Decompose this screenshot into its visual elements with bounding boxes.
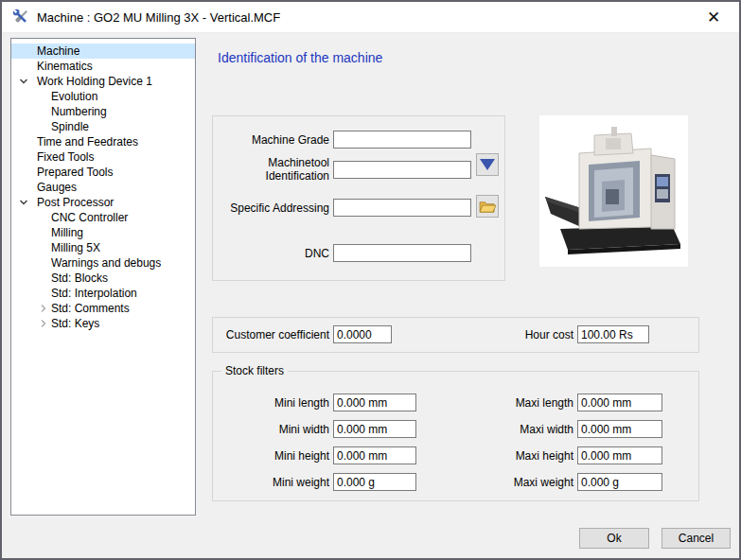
maxi-length-label: Maxi length	[463, 396, 573, 410]
mini-weight-input[interactable]	[333, 473, 416, 491]
mini-height-input[interactable]	[333, 446, 416, 464]
tree-item-post-processor[interactable]: Post Processor	[11, 195, 195, 210]
triangle-down-icon	[480, 159, 495, 170]
tree-item-label: Gauges	[37, 181, 77, 194]
tree-indent	[19, 44, 37, 59]
stock-filter-row: Maxi length	[463, 394, 662, 411]
tree-indent	[19, 165, 37, 180]
dnc-input[interactable]	[333, 244, 471, 262]
machinetool-identification-label: Machinetool Identification	[219, 156, 329, 183]
tree-item-fixed-tools[interactable]: Fixed Tools	[11, 149, 195, 165]
tree-indent	[39, 225, 51, 240]
tree-indent	[39, 271, 51, 286]
chevron-right-icon[interactable]	[39, 316, 51, 331]
tree-item-label: Std: Comments	[51, 302, 130, 315]
tree-item-warnings-and-debugs[interactable]: Warnings and debugs	[11, 255, 195, 271]
close-button[interactable]: ✕	[701, 7, 726, 29]
tree-item-milling[interactable]: Milling	[11, 225, 195, 240]
tree-item-label: Numbering	[51, 105, 107, 118]
stock-mini-column: Mini lengthMini widthMini heightMini wei…	[219, 394, 416, 491]
tree-item-std-interpolation[interactable]: Std: Interpolation	[11, 286, 195, 301]
machinetool-dropdown-button[interactable]	[476, 153, 499, 176]
stock-maxi-column: Maxi lengthMaxi widthMaxi heightMaxi wei…	[463, 394, 662, 491]
tree-item-label: Fixed Tools	[37, 150, 94, 164]
maxi-weight-input[interactable]	[577, 473, 662, 491]
tree-item-label: Std: Keys	[51, 317, 99, 330]
mini-length-input[interactable]	[333, 394, 416, 411]
tree-item-evolution[interactable]: Evolution	[11, 89, 195, 104]
tree-item-label: Machine	[37, 44, 79, 58]
tree-item-label: Time and Feedrates	[37, 135, 138, 149]
tree-item-machine[interactable]: Machine	[11, 44, 195, 59]
title-bar: Machine : GO2 MU Milling 3X - Vertical.M…	[2, 2, 739, 33]
mini-width-input[interactable]	[333, 420, 416, 438]
stock-filter-row: Mini height	[219, 446, 416, 464]
tree-item-prepared-tools[interactable]: Prepared Tools	[11, 165, 195, 180]
tree-indent	[39, 210, 51, 225]
open-folder-icon	[479, 200, 497, 214]
mini-height-label: Mini height	[219, 449, 329, 463]
tree-item-label: Spindle	[51, 120, 89, 133]
tree-item-label: Milling	[51, 226, 83, 239]
tree-item-label: Post Processor	[37, 196, 114, 209]
tree-indent	[39, 240, 51, 255]
settings-tree: MachineKinematicsWork Holding Device 1Ev…	[10, 38, 196, 516]
mini-width-label: Mini width	[219, 423, 329, 436]
tree-indent	[39, 104, 51, 119]
tree-item-label: Std: Blocks	[51, 271, 108, 285]
machine-grade-input[interactable]	[333, 131, 471, 149]
ok-button[interactable]: Ok	[579, 528, 649, 549]
chevron-down-icon[interactable]	[19, 74, 37, 89]
tree-item-work-holding-device-1[interactable]: Work Holding Device 1	[11, 74, 195, 89]
maxi-length-input[interactable]	[577, 394, 662, 411]
tree-item-spindle[interactable]: Spindle	[11, 119, 195, 134]
stock-filter-row: Mini weight	[219, 473, 416, 491]
tree-indent	[19, 149, 37, 165]
tree-indent	[39, 286, 51, 301]
machinetool-identification-input[interactable]	[333, 161, 471, 179]
tree-item-time-and-feedrates[interactable]: Time and Feedrates	[11, 134, 195, 149]
customer-coefficient-input[interactable]	[333, 325, 392, 343]
hour-cost-input[interactable]	[577, 325, 649, 343]
tree-item-label: Evolution	[51, 90, 97, 103]
window-title: Machine : GO2 MU Milling 3X - Vertical.M…	[37, 10, 280, 25]
stock-filter-row: Maxi weight	[463, 473, 662, 491]
tree-item-std-comments[interactable]: Std: Comments	[11, 301, 195, 316]
tree-indent	[19, 59, 37, 74]
maxi-weight-label: Maxi weight	[463, 476, 573, 489]
machine-dialog: Machine : GO2 MU Milling 3X - Vertical.M…	[0, 0, 741, 560]
tree-item-label: Work Holding Device 1	[37, 75, 152, 88]
tree-item-label: Std: Interpolation	[51, 287, 137, 300]
dnc-label: DNC	[219, 247, 329, 260]
stock-filter-row: Mini length	[219, 394, 416, 411]
tree-item-label: Warnings and debugs	[51, 256, 161, 270]
tree-indent	[39, 119, 51, 134]
tree-item-kinematics[interactable]: Kinematics	[11, 59, 195, 74]
tree-item-std-keys[interactable]: Std: Keys	[11, 316, 195, 331]
tree-indent	[19, 134, 37, 149]
machine-grade-label: Machine Grade	[219, 133, 329, 147]
cancel-button[interactable]: Cancel	[662, 528, 731, 549]
identification-group: Machine Grade Machinetool Identification…	[212, 115, 505, 281]
specific-addressing-input[interactable]	[333, 199, 471, 217]
maxi-width-label: Maxi width	[463, 423, 573, 436]
tree-indent	[39, 255, 51, 271]
tree-item-std-blocks[interactable]: Std: Blocks	[11, 271, 195, 286]
tree-item-label: CNC Controller	[51, 211, 128, 224]
tree-indent	[19, 180, 37, 195]
chevron-right-icon[interactable]	[39, 301, 51, 316]
tree-item-cnc-controller[interactable]: CNC Controller	[11, 210, 195, 225]
page-title: Identification of the machine	[218, 50, 382, 65]
stock-filter-row: Maxi width	[463, 420, 662, 438]
tree-item-label: Milling 5X	[51, 241, 100, 254]
customer-coefficient-label: Customer coefficient	[219, 328, 329, 341]
tree-item-gauges[interactable]: Gauges	[11, 180, 195, 195]
mini-weight-label: Mini weight	[219, 476, 329, 489]
chevron-down-icon[interactable]	[19, 195, 37, 210]
maxi-height-input[interactable]	[577, 446, 662, 464]
maxi-width-input[interactable]	[577, 420, 662, 438]
tree-item-numbering[interactable]: Numbering	[11, 104, 195, 119]
tree-item-milling-5x[interactable]: Milling 5X	[11, 240, 195, 255]
stock-filter-row: Maxi height	[463, 446, 662, 464]
browse-folder-button[interactable]	[476, 195, 499, 218]
